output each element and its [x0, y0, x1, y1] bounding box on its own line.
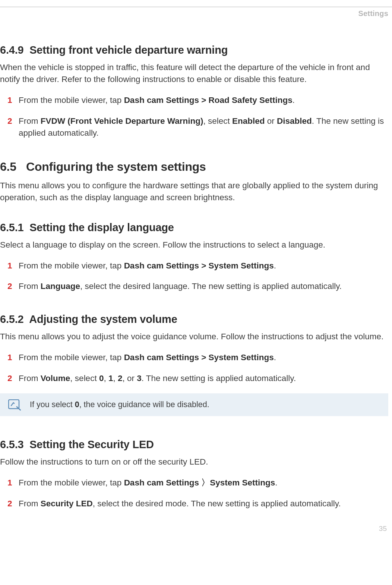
- steps-649: 1 From the mobile viewer, tap Dash cam S…: [7, 94, 388, 139]
- heading-number: 6.5.1: [0, 221, 24, 233]
- heading-text: Setting the Security LED: [29, 438, 154, 450]
- heading-number: 6.5.3: [0, 438, 24, 450]
- heading-65: 6.5 Configuring the system settings: [0, 160, 388, 174]
- steps-652: 1 From the mobile viewer, tap Dash cam S…: [7, 352, 388, 384]
- steps-653: 1 From the mobile viewer, tap Dash cam S…: [7, 477, 388, 510]
- intro-653: Follow the instructions to turn on or of…: [0, 456, 388, 468]
- step-item: 2 From Security LED, select the desired …: [7, 498, 388, 510]
- heading-number: 6.4.9: [0, 44, 24, 56]
- step-text: From the mobile viewer, tap Dash cam Set…: [19, 261, 276, 270]
- step-text: From Security LED, select the desired mo…: [19, 499, 341, 508]
- note-text: If you select 0, the voice guidance will…: [30, 400, 209, 409]
- step-item: 1 From the mobile viewer, tap Dash cam S…: [7, 260, 388, 272]
- intro-65: This menu allows you to configure the ha…: [0, 180, 388, 204]
- page-number: 35: [379, 525, 387, 533]
- heading-text: Adjusting the system volume: [29, 313, 177, 325]
- intro-651: Select a language to display on the scre…: [0, 239, 388, 251]
- step-number: 1: [7, 352, 12, 364]
- note-box: If you select 0, the voice guidance will…: [0, 393, 388, 416]
- heading-651: 6.5.1 Setting the display language: [0, 221, 388, 234]
- step-text: From Language, select the desired langua…: [19, 282, 342, 291]
- step-text: From the mobile viewer, tap Dash cam Set…: [19, 95, 295, 105]
- heading-649: 6.4.9 Setting front vehicle departure wa…: [0, 44, 388, 56]
- step-item: 2 From Volume, select 0, 1, 2, or 3. The…: [7, 372, 388, 384]
- step-number: 2: [7, 115, 12, 127]
- steps-651: 1 From the mobile viewer, tap Dash cam S…: [7, 260, 388, 293]
- intro-649: When the vehicle is stopped in traffic, …: [0, 62, 388, 85]
- page: Settings 6.4.9 Setting front vehicle dep…: [0, 7, 392, 554]
- heading-text: Setting front vehicle departure warning: [29, 44, 228, 56]
- heading-text: Setting the display language: [29, 221, 174, 233]
- heading-652: 6.5.2 Adjusting the system volume: [0, 313, 388, 325]
- heading-number: 6.5.2: [0, 313, 24, 325]
- step-number: 1: [7, 477, 12, 489]
- step-text: From FVDW (Front Vehicle Departure Warni…: [19, 116, 384, 138]
- header-category: Settings: [0, 7, 392, 18]
- step-number: 1: [7, 94, 12, 106]
- step-number: 2: [7, 372, 12, 384]
- step-text: From Volume, select 0, 1, 2, or 3. The n…: [19, 374, 296, 383]
- step-item: 2 From Language, select the desired lang…: [7, 280, 388, 292]
- heading-653: 6.5.3 Setting the Security LED: [0, 438, 388, 451]
- step-number: 2: [7, 498, 12, 510]
- note-icon: [8, 399, 21, 411]
- step-number: 1: [7, 260, 12, 272]
- step-item: 1 From the mobile viewer, tap Dash cam S…: [7, 94, 388, 106]
- content: 6.4.9 Setting front vehicle departure wa…: [0, 18, 392, 510]
- footer: 35: [0, 525, 392, 540]
- heading-text: Configuring the system settings: [26, 160, 206, 173]
- step-number: 2: [7, 280, 12, 292]
- step-item: 1 From the mobile viewer, tap Dash cam S…: [7, 352, 388, 364]
- intro-652: This menu allows you to adjust the voice…: [0, 331, 388, 343]
- heading-number: 6.5: [0, 160, 16, 173]
- step-text: From the mobile viewer, tap Dash cam Set…: [19, 353, 276, 362]
- step-text: From the mobile viewer, tap Dash cam Set…: [19, 478, 278, 487]
- step-item: 2 From FVDW (Front Vehicle Departure War…: [7, 115, 388, 139]
- step-item: 1 From the mobile viewer, tap Dash cam S…: [7, 477, 388, 489]
